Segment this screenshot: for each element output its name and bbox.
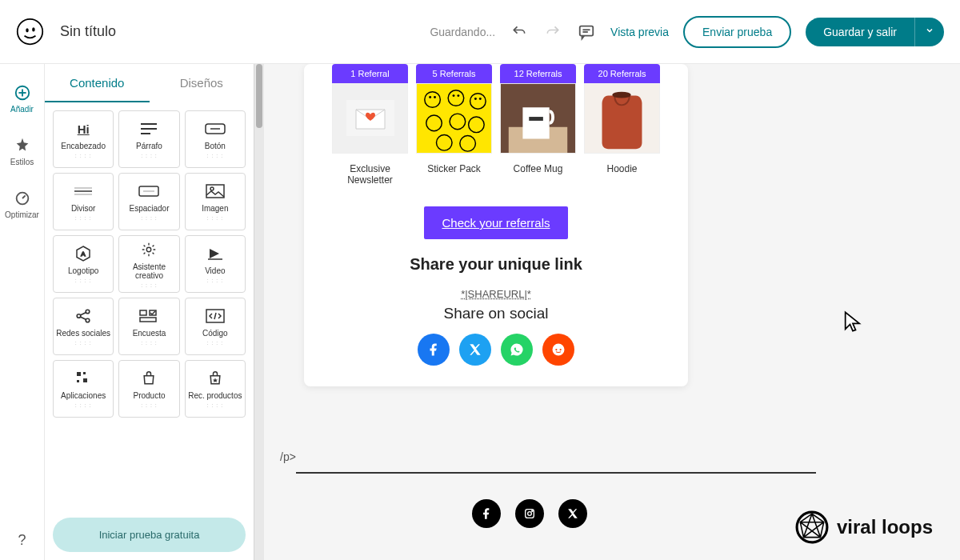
preview-link[interactable]: Vista previa: [610, 26, 669, 38]
block-paragraph[interactable]: Párrafo: : : :: [118, 110, 179, 168]
rail-optimize[interactable]: Optimizar: [0, 179, 45, 229]
block-social[interactable]: Redes sociales: : : :: [53, 298, 114, 355]
facebook-icon[interactable]: [418, 334, 450, 366]
svg-rect-20: [206, 185, 224, 198]
svg-point-61: [560, 349, 562, 350]
redo-icon: [543, 22, 562, 42]
svg-line-29: [80, 317, 86, 320]
svg-point-64: [532, 510, 533, 511]
footer-facebook-icon[interactable]: [472, 499, 501, 528]
help-button[interactable]: ?: [0, 520, 45, 560]
mailchimp-logo: [16, 18, 44, 46]
block-survey[interactable]: Encuesta: : : :: [118, 298, 179, 355]
svg-point-58: [612, 91, 630, 98]
scroll-thumb[interactable]: [256, 64, 262, 128]
reward-tier-1: 5 ReferralsSticker Pack: [416, 64, 492, 186]
block-assistant[interactable]: Asistente creativo: : : :: [118, 235, 179, 293]
footer-instagram-icon[interactable]: [515, 499, 544, 528]
block-apps[interactable]: Aplicaciones: : : :: [53, 360, 114, 418]
footer-x-icon[interactable]: [558, 499, 587, 528]
svg-point-23: [147, 247, 152, 252]
block-product[interactable]: Producto: : : :: [118, 360, 179, 418]
watermark: viral loops: [795, 510, 933, 544]
save-exit-dropdown[interactable]: [914, 18, 944, 46]
svg-point-0: [18, 19, 43, 45]
scrollbar[interactable]: [254, 64, 264, 560]
tab-content[interactable]: Contenido: [45, 64, 150, 102]
undo-icon[interactable]: [510, 22, 529, 42]
svg-point-50: [453, 94, 455, 97]
watermark-text: viral loops: [837, 516, 933, 538]
email-canvas[interactable]: 1 ReferralExclusive Newsletter5 Referral…: [264, 64, 960, 560]
reddit-icon[interactable]: [542, 334, 574, 366]
svg-rect-37: [83, 378, 87, 382]
svg-point-63: [528, 512, 532, 516]
block-video[interactable]: Video: : : :: [185, 235, 246, 293]
divider-line: [296, 472, 816, 474]
x-twitter-icon[interactable]: [459, 334, 491, 366]
svg-rect-35: [83, 372, 86, 374]
page-title[interactable]: Sin título: [60, 23, 430, 40]
rail-add[interactable]: Añadir: [0, 74, 45, 123]
block-divider[interactable]: Divisor: : : :: [53, 173, 114, 230]
svg-rect-56: [529, 117, 543, 121]
left-rail: Añadir Estilos Optimizar ?: [0, 64, 45, 560]
svg-point-49: [434, 96, 436, 98]
rail-styles[interactable]: Estilos: [0, 126, 45, 176]
svg-rect-32: [140, 318, 156, 322]
block-button[interactable]: Botón: : : :: [185, 110, 246, 168]
rail-optimize-label: Optimizar: [5, 210, 39, 219]
comments-icon[interactable]: [577, 22, 596, 42]
rail-styles-label: Estilos: [10, 158, 34, 166]
save-exit-button[interactable]: Guardar y salir: [806, 18, 914, 46]
svg-point-21: [210, 187, 214, 190]
share-heading: Share your unique link: [320, 255, 672, 274]
reward-tier-0: 1 ReferralExclusive Newsletter: [332, 64, 408, 186]
svg-point-60: [555, 349, 557, 350]
svg-point-53: [479, 98, 482, 100]
cursor-icon: [842, 310, 864, 333]
svg-rect-34: [77, 372, 81, 376]
svg-point-52: [474, 98, 477, 100]
share-url-token: *|SHAREURL|*: [320, 288, 672, 300]
svg-text:A: A: [81, 250, 86, 258]
start-trial-button[interactable]: Iniciar prueba gratuita: [53, 518, 246, 552]
svg-point-48: [429, 96, 431, 98]
block-spacer[interactable]: Espaciador: : : :: [118, 173, 179, 230]
rail-add-label: Añadir: [10, 105, 34, 114]
share-subheading: Share on social: [320, 305, 672, 322]
block-code[interactable]: Código: : : :: [185, 298, 246, 355]
svg-point-2: [32, 27, 35, 31]
tab-layouts[interactable]: Diseños: [150, 64, 254, 102]
whatsapp-icon[interactable]: [501, 334, 533, 366]
svg-point-59: [553, 344, 565, 356]
block-product-rec[interactable]: Rec. productos: : : :: [185, 360, 246, 418]
block-heading[interactable]: HiEncabezado: : : :: [53, 110, 114, 168]
stray-text: /p>: [280, 450, 296, 463]
svg-rect-3: [580, 26, 594, 35]
reward-tier-2: 12 ReferralsCoffee Mug: [500, 64, 576, 186]
send-test-button[interactable]: Enviar prueba: [683, 16, 791, 48]
check-referrals-button[interactable]: Check your referrals: [424, 206, 567, 239]
svg-point-51: [457, 94, 459, 97]
block-image[interactable]: Imagen: : : :: [185, 173, 246, 230]
email-body[interactable]: 1 ReferralExclusive Newsletter5 Referral…: [304, 64, 688, 386]
svg-rect-36: [77, 380, 79, 382]
saving-indicator: Guardando...: [430, 26, 495, 38]
svg-point-1: [26, 28, 29, 32]
reward-tier-3: 20 ReferralsHoodie: [584, 64, 660, 186]
svg-line-28: [80, 312, 86, 315]
svg-rect-30: [140, 310, 146, 315]
block-logo[interactable]: ALogotipo: : : :: [53, 235, 114, 293]
content-panel: Contenido Diseños HiEncabezado: : : :Pár…: [45, 64, 254, 560]
